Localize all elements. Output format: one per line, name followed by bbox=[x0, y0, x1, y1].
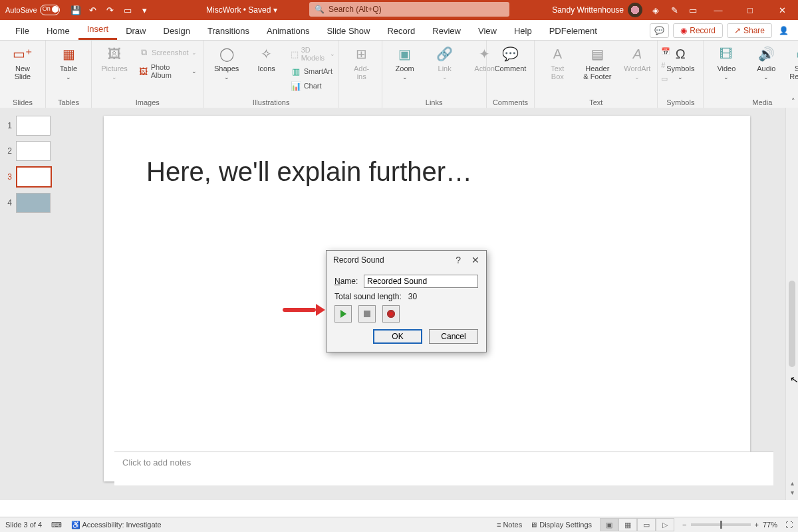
video-button[interactable]: 🎞Video⌄ bbox=[709, 43, 743, 82]
record-button-dialog[interactable] bbox=[382, 305, 400, 323]
record-button[interactable]: ◉Record bbox=[673, 23, 723, 38]
tab-slideshow[interactable]: Slide Show bbox=[318, 22, 378, 40]
autosave-toggle[interactable]: AutoSave On bbox=[5, 5, 60, 15]
undo-icon[interactable]: ↶ bbox=[88, 5, 98, 15]
smartart-button[interactable]: ▥SmartArt bbox=[289, 65, 336, 78]
close-icon[interactable]: ✕ bbox=[770, 0, 794, 20]
redo-icon[interactable]: ↷ bbox=[105, 5, 116, 15]
tab-review[interactable]: Review bbox=[424, 22, 469, 40]
thumbnail-4[interactable]: 4 bbox=[0, 190, 57, 215]
pictures-button[interactable]: 🖼Pictures⌄ bbox=[97, 43, 132, 82]
table-button[interactable]: ▦Table⌄ bbox=[51, 43, 86, 82]
new-slide-button[interactable]: ▭⁺New Slide bbox=[5, 43, 40, 82]
cancel-button[interactable]: Cancel bbox=[429, 329, 478, 344]
3d-models-button[interactable]: ⬚3D Models ⌄ bbox=[289, 45, 336, 63]
status-bar: Slide 3 of 4 ⌨ ♿ Accessibility: Investig… bbox=[0, 517, 798, 532]
symbols-button[interactable]: ΩSymbols⌄ bbox=[663, 43, 698, 82]
link-button[interactable]: 🔗Link⌄ bbox=[428, 43, 462, 82]
tab-home[interactable]: Home bbox=[38, 22, 78, 40]
thumbnail-1[interactable]: 1 bbox=[0, 113, 57, 138]
tab-help[interactable]: Help bbox=[505, 22, 541, 40]
textbox-button[interactable]: AText Box bbox=[540, 43, 575, 84]
display-settings-button[interactable]: 🖥 Display Settings bbox=[530, 521, 592, 529]
share-button[interactable]: ↗Share bbox=[727, 23, 772, 38]
group-label-comments: Comments bbox=[492, 97, 529, 108]
brush-icon[interactable]: ✎ bbox=[669, 5, 680, 15]
collapse-ribbon-icon[interactable]: ˄ bbox=[791, 97, 795, 106]
user-name: Sandy Writtenhouse bbox=[552, 5, 624, 15]
zoom-in-icon[interactable]: + bbox=[755, 521, 759, 529]
audio-button[interactable]: 🔊Audio⌄ bbox=[749, 43, 783, 82]
tab-design[interactable]: Design bbox=[155, 22, 199, 40]
tab-pdfelement[interactable]: PDFelement bbox=[541, 22, 606, 40]
view-buttons: ▣ ▦ ▭ ▷ bbox=[600, 518, 674, 531]
dialog-help-icon[interactable]: ? bbox=[456, 255, 461, 265]
zoom-out-icon[interactable]: − bbox=[682, 521, 686, 529]
account-button[interactable]: Sandy Writtenhouse bbox=[552, 3, 642, 17]
reading-view-icon[interactable]: ▭ bbox=[637, 518, 656, 531]
play-button[interactable] bbox=[334, 305, 352, 323]
tab-file[interactable]: File bbox=[7, 22, 38, 40]
tab-insert[interactable]: Insert bbox=[78, 20, 118, 40]
search-input[interactable]: 🔍 Search (Alt+Q) bbox=[309, 2, 509, 17]
document-title[interactable]: MiscWork • Saved ▾ bbox=[206, 0, 277, 20]
stop-button[interactable] bbox=[358, 305, 376, 323]
thumbnail-3[interactable]: 3 bbox=[0, 164, 57, 190]
stop-icon bbox=[364, 311, 370, 317]
fit-to-window-icon[interactable]: ⛶ bbox=[785, 521, 793, 529]
header-footer-button[interactable]: ▤Header & Footer bbox=[580, 43, 614, 84]
prev-slide-icon[interactable]: ▴ bbox=[791, 480, 794, 487]
normal-view-icon[interactable]: ▣ bbox=[600, 518, 618, 531]
slide-title[interactable]: Here, we'll explain further… bbox=[146, 157, 472, 187]
addins-button[interactable]: ⊞Add- ins bbox=[344, 43, 379, 82]
tab-draw[interactable]: Draw bbox=[117, 22, 154, 40]
next-slide-icon[interactable]: ▾ bbox=[791, 489, 794, 496]
tab-animations[interactable]: Animations bbox=[258, 22, 318, 40]
screen-recording-button[interactable]: ▭⁺Screen Recording bbox=[789, 43, 798, 82]
ribbon-options-icon[interactable]: ▭ bbox=[688, 5, 698, 15]
language-icon[interactable]: ⌨ bbox=[51, 521, 62, 529]
quick-access-toolbar: 💾 ↶ ↷ ▭ ▾ bbox=[70, 5, 150, 15]
name-input[interactable] bbox=[364, 275, 478, 288]
user-mode-icon[interactable]: 👤 bbox=[776, 26, 791, 35]
sorter-view-icon[interactable]: ▦ bbox=[618, 518, 637, 531]
dialog-title: Record Sound bbox=[333, 255, 384, 265]
maximize-icon[interactable]: □ bbox=[738, 0, 762, 20]
icons-button[interactable]: ✧Icons bbox=[249, 43, 284, 92]
qat-dropdown-icon[interactable]: ▾ bbox=[140, 5, 150, 15]
present-icon[interactable]: ▭ bbox=[122, 5, 133, 15]
notes-pane[interactable]: Click to add notes bbox=[114, 452, 773, 485]
dialog-close-icon[interactable]: ✕ bbox=[471, 255, 479, 265]
tab-transitions[interactable]: Transitions bbox=[199, 22, 258, 40]
slideshow-view-icon[interactable]: ▷ bbox=[656, 518, 674, 531]
tab-record[interactable]: Record bbox=[378, 22, 424, 40]
toggle-switch-icon[interactable]: On bbox=[40, 5, 60, 15]
accessibility-button[interactable]: ♿ Accessibility: Investigate bbox=[71, 521, 162, 529]
thumbnail-2[interactable]: 2 bbox=[0, 138, 57, 164]
shapes-icon: ◯ bbox=[217, 45, 236, 63]
zoom-slider[interactable] bbox=[691, 523, 751, 526]
minimize-icon[interactable]: — bbox=[706, 0, 730, 20]
zoom-button[interactable]: ▣Zoom⌄ bbox=[388, 43, 422, 82]
save-icon[interactable]: 💾 bbox=[70, 5, 81, 15]
group-label-addins bbox=[344, 97, 376, 108]
autosave-label: AutoSave bbox=[5, 6, 37, 14]
chart-button[interactable]: 📊Chart bbox=[289, 79, 336, 92]
tab-view[interactable]: View bbox=[469, 22, 505, 40]
zoom-control[interactable]: − + 77% bbox=[682, 521, 777, 529]
screenshot-button[interactable]: ⧉Screenshot ⌄ bbox=[137, 46, 198, 59]
slide-indicator: Slide 3 of 4 bbox=[5, 521, 42, 529]
new-slide-icon: ▭⁺ bbox=[13, 45, 32, 63]
notes-toggle[interactable]: ≡ Notes bbox=[497, 521, 522, 529]
diamond-icon[interactable]: ◈ bbox=[650, 5, 661, 15]
comments-pane-icon[interactable]: 💬 bbox=[650, 23, 669, 38]
wordart-button[interactable]: AWordArt⌄ bbox=[620, 43, 654, 84]
textbox-icon: A bbox=[548, 45, 567, 63]
comment-button[interactable]: 💬Comment bbox=[492, 43, 529, 74]
photo-album-button[interactable]: 🖼Photo Album ⌄ bbox=[137, 62, 198, 80]
shapes-button[interactable]: ◯Shapes⌄ bbox=[209, 43, 244, 92]
ok-button[interactable]: OK bbox=[373, 329, 422, 344]
addins-icon: ⊞ bbox=[352, 45, 371, 63]
vertical-scrollbar[interactable]: ▴ ▾ bbox=[785, 108, 798, 500]
scrollbar-thumb[interactable] bbox=[789, 281, 795, 367]
